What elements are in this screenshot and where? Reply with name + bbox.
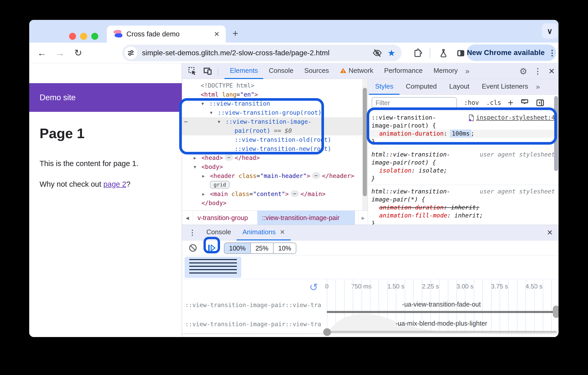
drawer-tab-console[interactable]: Console <box>201 225 237 240</box>
clear-animations-icon[interactable] <box>188 243 198 253</box>
devtools-menu-kebab-icon[interactable]: ⋮ <box>534 67 542 76</box>
animation-bar[interactable] <box>327 311 559 313</box>
dom-tree-row[interactable]: </body> <box>182 199 368 208</box>
dom-tree-row[interactable]: ▼::view-transition <box>182 99 368 108</box>
dom-tree-row[interactable]: ▼<body> <box>182 162 368 171</box>
tab-elements[interactable]: Elements <box>224 63 263 79</box>
dom-tree-row[interactable]: ▼⋯::view-transition-image-pair(root) == … <box>182 117 368 135</box>
tab-computed[interactable]: Computed <box>399 79 443 95</box>
speed-button-25[interactable]: 25% <box>251 243 274 253</box>
collapse-arrow-icon[interactable]: ▼ <box>194 162 196 171</box>
css-value[interactable]: 100ms <box>451 130 471 137</box>
tab-network[interactable]: Network <box>334 63 379 79</box>
dom-tree-row[interactable]: ▶<head>⋯</head> <box>182 153 368 162</box>
collapsed-content-ellipsis[interactable]: ⋯ <box>312 172 320 179</box>
minimize-window-button[interactable] <box>80 33 87 40</box>
extensions-puzzle-icon[interactable] <box>413 48 423 58</box>
tab-sources[interactable]: Sources <box>299 63 334 79</box>
url-text[interactable]: simple-set-demos.glitch.me/2-slow-cross-… <box>142 49 373 57</box>
css-property[interactable]: animation-duration: 100ms; <box>368 130 559 138</box>
tab-memory[interactable]: Memory <box>428 63 463 79</box>
style-rule[interactable]: ::view-transition-inspector-stylesheet:4… <box>368 111 559 148</box>
devtools-close-icon[interactable]: ✕ <box>548 67 555 76</box>
expand-arrow-icon[interactable]: ▶ <box>194 153 196 162</box>
tab-close-icon[interactable]: ✕ <box>214 30 220 38</box>
grid-badge[interactable]: grid <box>210 181 230 189</box>
speed-button-100[interactable]: 100% <box>224 243 251 253</box>
animation-start-handle[interactable] <box>323 328 331 336</box>
new-style-rule-icon[interactable]: + <box>508 99 513 107</box>
eye-off-icon[interactable] <box>373 48 382 58</box>
close-window-button[interactable] <box>69 33 76 40</box>
css-value[interactable]: isolate <box>419 167 444 174</box>
breadcrumb-group[interactable]: v-transition-group <box>193 211 257 225</box>
replay-icon[interactable]: ↺ <box>309 281 318 293</box>
scrollbar-thumb[interactable] <box>363 88 367 196</box>
reload-button[interactable]: ↻ <box>73 48 84 58</box>
tab-layout[interactable]: Layout <box>443 79 476 95</box>
dom-tree-row[interactable]: ▶<header class="main-header">⋯</header> <box>182 171 368 181</box>
site-settings-icon[interactable] <box>124 46 137 59</box>
drawer-menu-kebab-icon[interactable]: ⋮ <box>189 228 196 237</box>
bookmark-star-icon[interactable]: ★ <box>388 48 395 58</box>
collapse-arrow-icon[interactable]: ▼ <box>218 117 220 126</box>
rendering-brush-icon[interactable] <box>520 98 529 107</box>
browser-menu-kebab-icon[interactable]: ⋮ <box>548 48 556 57</box>
tab-search-chevron-button[interactable]: ∨ <box>542 23 557 39</box>
tab-console[interactable]: Console <box>263 63 299 79</box>
dom-tree-row[interactable]: ::view-transition-old(root) <box>182 135 368 144</box>
maximize-window-button[interactable] <box>91 33 98 40</box>
dom-tree-row[interactable]: ▼::view-transition-group(root) <box>182 108 368 117</box>
drawer-tab-animations[interactable]: Animations✕ <box>237 225 291 240</box>
collapsed-content-ellipsis[interactable]: ⋯ <box>291 190 299 197</box>
back-button[interactable]: ← <box>36 48 47 58</box>
device-toolbar-icon[interactable] <box>203 66 213 76</box>
flask-icon[interactable] <box>439 48 448 58</box>
expand-arrow-icon[interactable]: ▶ <box>202 190 205 199</box>
elements-scrollbar[interactable] <box>362 79 368 210</box>
style-rule[interactable]: html::view-transition-user agent stylesh… <box>368 148 559 185</box>
dom-tree-row[interactable]: ::view-transition-new(root) <box>182 144 368 153</box>
tab-styles[interactable]: Styles <box>369 79 400 95</box>
stylesheet-source-link[interactable]: inspector-stylesheet:4 <box>468 114 555 122</box>
css-property[interactable]: animation-duration: inherit; <box>372 204 555 212</box>
tab-performance[interactable]: Performance <box>379 63 428 79</box>
browser-tab[interactable]: Cross fade demo ✕ <box>107 26 226 43</box>
collapsed-content-ellipsis[interactable]: ⋯ <box>225 154 233 161</box>
close-animations-tab-icon[interactable]: ✕ <box>280 229 285 236</box>
dom-tree-row[interactable]: <html lang="en"> <box>182 90 368 99</box>
collapse-arrow-icon[interactable]: ▼ <box>210 108 213 117</box>
inspect-element-icon[interactable] <box>188 66 197 76</box>
side-panel-icon[interactable] <box>456 48 466 58</box>
animation-endpoint-handle[interactable] <box>553 306 559 318</box>
breadcrumb-image-pair[interactable]: ::view-transition-image-pair <box>257 211 355 225</box>
forward-button[interactable]: → <box>55 48 65 58</box>
dock-sidebar-icon[interactable] <box>536 98 545 107</box>
pause-resume-button[interactable] <box>207 244 217 252</box>
address-bar[interactable]: simple-set-demos.glitch.me/2-slow-cross-… <box>122 45 402 61</box>
dom-tree-row[interactable]: <!DOCTYPE html> <box>182 81 368 90</box>
styles-filter-input[interactable]: Filter <box>372 97 457 108</box>
update-chrome-button[interactable]: New Chrome available ⋮ <box>467 44 556 61</box>
animation-preview-thumbnail[interactable] <box>185 257 241 278</box>
animation-name[interactable]: -ua-view-transition-fade-out <box>402 301 481 308</box>
css-value[interactable]: inherit <box>451 204 476 211</box>
breadcrumb-scroll-left-button[interactable]: ◂ <box>182 211 193 225</box>
style-rule[interactable]: html::view-transition-user agent stylesh… <box>368 185 559 230</box>
expand-arrow-icon[interactable]: ▶ <box>202 171 205 181</box>
animation-name[interactable]: -ua-mix-blend-mode-plus-lighter <box>396 320 487 327</box>
more-sidebar-tabs-icon[interactable]: » <box>536 83 540 91</box>
css-property[interactable]: isolation: isolate; <box>372 167 555 175</box>
pseudo-state-toggle[interactable]: :hov <box>464 99 479 106</box>
animation-bar[interactable] <box>327 331 557 333</box>
speed-button-10[interactable]: 10% <box>274 243 296 253</box>
collapse-arrow-icon[interactable]: ▼ <box>201 99 204 108</box>
dom-tree-row[interactable]: ▶<main class="content">⋯</main> <box>182 190 368 199</box>
drawer-close-icon[interactable]: ✕ <box>547 228 553 237</box>
settings-gear-icon[interactable]: ⚙ <box>519 66 527 76</box>
breadcrumb-scroll-right-button[interactable]: ▸ <box>358 211 368 225</box>
css-value[interactable]: inherit <box>454 212 479 219</box>
tab-event-listeners[interactable]: Event Listeners <box>476 79 534 95</box>
new-tab-button[interactable]: + <box>232 29 238 37</box>
styles-scrollbar-thumb[interactable] <box>554 96 558 171</box>
